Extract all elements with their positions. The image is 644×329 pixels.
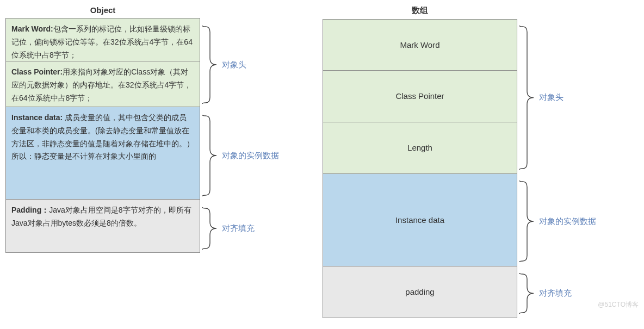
object-bracket-label-2: 对齐填充 bbox=[219, 224, 255, 234]
array-box-3: Instance data bbox=[323, 174, 517, 266]
array-box-2: Length bbox=[323, 122, 517, 174]
object-bracket-1: 对象的实例数据 bbox=[200, 109, 279, 202]
array-box-text-3: Instance data bbox=[395, 213, 444, 227]
array-box-1: Class Pointer bbox=[323, 71, 517, 122]
object-bracket-2: 对齐填充 bbox=[200, 202, 279, 255]
array-bracket-label-1: 对象的实例数据 bbox=[536, 216, 596, 227]
array-box-text-0: Mark Word bbox=[400, 38, 439, 52]
array-box-4: padding bbox=[323, 266, 517, 318]
object-bracket-label-0: 对象头 bbox=[219, 60, 246, 70]
array-bracket-label-0: 对象头 bbox=[536, 92, 564, 103]
array-box-0: Mark Word bbox=[323, 19, 517, 71]
object-bracket-label-1: 对象的实例数据 bbox=[219, 151, 279, 161]
object-boxes: Mark Word:包含一系列的标记位，比如轻量级锁的标记位，偏向锁标记位等等。… bbox=[5, 18, 200, 253]
array-brackets: 对象头 对象的实例数据 对齐填充 bbox=[517, 20, 596, 319]
object-box-3: Padding：Java对象占用空间是8字节对齐的，即所有Java对象占用byt… bbox=[5, 200, 200, 253]
array-box-text-1: Class Pointer bbox=[395, 89, 444, 103]
object-box-label-2: Instance data: bbox=[11, 113, 63, 122]
object-box-label-0: Mark Word: bbox=[11, 24, 53, 33]
object-box-label-1: Class Pointer: bbox=[11, 67, 63, 76]
array-bracket-0: 对象头 bbox=[517, 20, 596, 175]
array-column: 数组 Mark WordClass PointerLengthInstance … bbox=[323, 5, 517, 318]
diagram-root: Object Mark Word:包含一系列的标记位，比如轻量级锁的标记位，偏向… bbox=[5, 5, 639, 319]
array-bracket-label-2: 对齐填充 bbox=[536, 288, 572, 299]
object-title: Object bbox=[5, 5, 200, 15]
object-column: Object Mark Word:包含一系列的标记位，比如轻量级锁的标记位，偏向… bbox=[5, 5, 200, 253]
array-bracket-1: 对象的实例数据 bbox=[517, 175, 596, 268]
array-boxes: Mark WordClass PointerLengthInstance dat… bbox=[323, 19, 517, 318]
array-title: 数组 bbox=[323, 5, 517, 16]
object-bracket-0: 对象头 bbox=[200, 20, 279, 109]
array-box-text-2: Length bbox=[407, 141, 432, 155]
array-box-text-4: padding bbox=[405, 285, 434, 299]
array-bracket-2: 对齐填充 bbox=[517, 268, 596, 319]
object-box-1: Class Pointer:用来指向对象对应的Class对象（其对应的元数据对象… bbox=[5, 61, 200, 107]
object-box-2: Instance data: 成员变量的值，其中包含父类的成员变量和本类的成员变… bbox=[5, 107, 200, 200]
object-brackets: 对象头 对象的实例数据 对齐填充 bbox=[200, 20, 279, 255]
object-box-label-3: Padding： bbox=[11, 206, 49, 214]
object-box-0: Mark Word:包含一系列的标记位，比如轻量级锁的标记位，偏向锁标记位等等。… bbox=[5, 18, 200, 61]
